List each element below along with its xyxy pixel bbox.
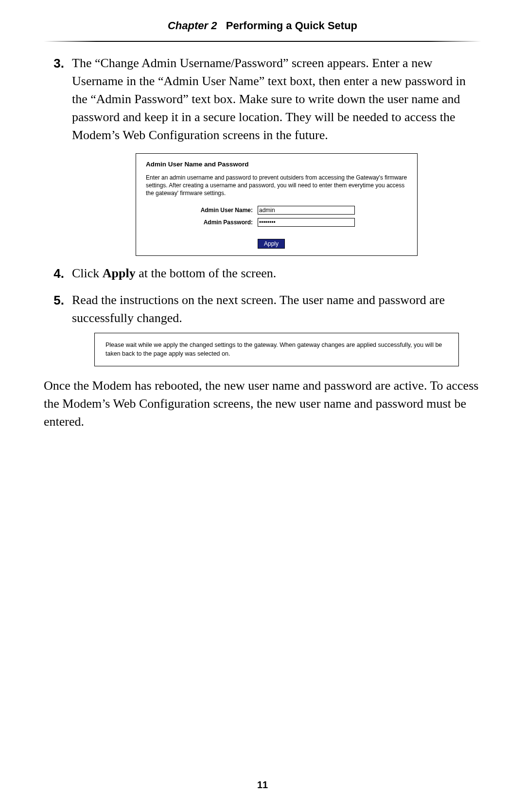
- step-number: 4.: [44, 265, 64, 283]
- admin-credentials-dialog: Admin User Name and Password Enter an ad…: [136, 153, 418, 256]
- closing-paragraph: Once the Modem has rebooted, the new use…: [44, 377, 481, 431]
- dialog-description: Enter an admin username and password to …: [146, 174, 407, 198]
- step-text-post: at the bottom of the screen.: [136, 266, 277, 280]
- admin-username-input[interactable]: [258, 206, 355, 215]
- password-label: Admin Password:: [146, 218, 258, 227]
- step-number: 3.: [44, 54, 64, 72]
- running-header: Chapter 2 Performing a Quick Setup: [44, 19, 481, 41]
- dialog-title: Admin User Name and Password: [146, 160, 407, 169]
- step-4: 4. Click Apply at the bottom of the scre…: [44, 265, 481, 283]
- username-label: Admin User Name:: [146, 206, 258, 215]
- apply-message-screenshot: Please wait while we apply the changed s…: [72, 333, 481, 366]
- password-row: Admin Password:: [146, 218, 407, 227]
- step-number: 5.: [44, 291, 64, 309]
- admin-password-input[interactable]: [258, 218, 355, 227]
- header-rule: [44, 41, 481, 42]
- page-number: 11: [0, 779, 525, 791]
- apply-button[interactable]: Apply: [258, 239, 285, 249]
- chapter-title: Performing a Quick Setup: [226, 19, 357, 32]
- chapter-number: Chapter 2: [168, 19, 217, 32]
- username-row: Admin User Name:: [146, 206, 407, 215]
- instruction-list: 3. The “Change Admin Username/Password” …: [44, 54, 481, 366]
- step-5: 5. Read the instructions on the next scr…: [44, 291, 481, 367]
- step-text: Read the instructions on the next screen…: [72, 293, 445, 325]
- step-text-pre: Click: [72, 266, 103, 280]
- apply-wait-message: Please wait while we apply the changed s…: [94, 333, 459, 366]
- manual-page: Chapter 2 Performing a Quick Setup 3. Th…: [0, 0, 525, 812]
- step-text-bold: Apply: [103, 266, 136, 280]
- step-3: 3. The “Change Admin Username/Password” …: [44, 54, 481, 256]
- step-text: The “Change Admin Username/Password” scr…: [72, 56, 466, 142]
- admin-dialog-screenshot: Admin User Name and Password Enter an ad…: [72, 153, 481, 256]
- apply-button-row: Apply: [146, 239, 407, 249]
